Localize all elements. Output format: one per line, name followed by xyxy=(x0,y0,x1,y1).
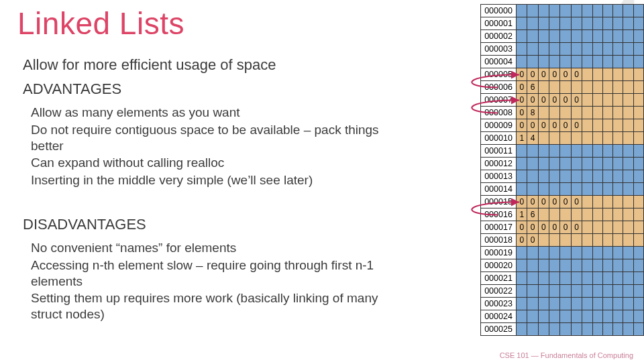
memory-cell xyxy=(560,298,571,310)
memory-cell xyxy=(592,221,602,234)
memory-cell xyxy=(613,285,623,298)
memory-cell xyxy=(623,183,633,196)
page-title: Linked Lists xyxy=(17,5,184,42)
memory-cell xyxy=(560,247,571,259)
memory-cell xyxy=(602,56,612,68)
memory-cell xyxy=(517,247,527,259)
memory-cell xyxy=(549,170,560,183)
memory-cell xyxy=(582,81,592,94)
memory-cell xyxy=(602,234,612,247)
memory-cell xyxy=(623,247,633,259)
memory-address: 000008 xyxy=(481,107,517,119)
memory-cell xyxy=(633,259,643,272)
memory-cell xyxy=(549,285,560,298)
memory-cell xyxy=(538,310,549,323)
memory-cell xyxy=(592,132,602,145)
memory-cell xyxy=(560,208,571,221)
memory-cell xyxy=(538,107,549,119)
memory-cell xyxy=(592,30,602,43)
list-item: Accessing n-th element slow – require go… xyxy=(31,257,407,290)
memory-cell xyxy=(560,30,571,43)
memory-cell xyxy=(549,5,560,17)
memory-cell xyxy=(633,208,643,221)
memory-cell xyxy=(602,208,612,221)
memory-cell xyxy=(571,310,582,323)
memory-cell xyxy=(560,158,571,170)
memory-cell xyxy=(517,158,527,170)
advantages-list: Allow as many elements as you want Do no… xyxy=(31,105,407,190)
memory-cell xyxy=(571,247,582,259)
disadvantages-heading: DISADVANTAGES xyxy=(23,216,146,233)
memory-cell: 0 xyxy=(527,221,538,234)
memory-address: 000007 xyxy=(481,94,517,107)
memory-cell xyxy=(538,30,549,43)
memory-cell xyxy=(527,298,538,310)
memory-cell xyxy=(623,81,633,94)
memory-cell xyxy=(527,247,538,259)
memory-cell xyxy=(571,234,582,247)
memory-cell xyxy=(582,221,592,234)
memory-cell xyxy=(582,234,592,247)
memory-cell xyxy=(538,247,549,259)
memory-cell xyxy=(560,17,571,30)
memory-cell xyxy=(582,208,592,221)
memory-cell xyxy=(517,323,527,336)
memory-address: 000006 xyxy=(481,81,517,94)
memory-cell xyxy=(592,285,602,298)
memory-address: 000002 xyxy=(481,30,517,43)
memory-address: 000021 xyxy=(481,272,517,285)
memory-cell xyxy=(633,183,643,196)
memory-cell xyxy=(582,259,592,272)
memory-cell: 0 xyxy=(517,107,527,119)
memory-cell xyxy=(633,298,643,310)
memory-address: 000018 xyxy=(481,234,517,247)
memory-cell xyxy=(592,68,602,81)
memory-cell xyxy=(549,183,560,196)
memory-cell xyxy=(517,30,527,43)
memory-cell xyxy=(582,196,592,208)
memory-cell xyxy=(571,5,582,17)
memory-cell xyxy=(582,17,592,30)
memory-cell xyxy=(560,183,571,196)
memory-cell: 0 xyxy=(517,221,527,234)
memory-cell xyxy=(633,5,643,17)
memory-cell xyxy=(560,310,571,323)
memory-cell xyxy=(602,94,612,107)
memory-cell xyxy=(592,145,602,158)
memory-cell xyxy=(623,170,633,183)
memory-cell xyxy=(633,310,643,323)
memory-cell xyxy=(549,132,560,145)
memory-cell xyxy=(623,145,633,158)
memory-cell xyxy=(560,107,571,119)
memory-cell xyxy=(613,43,623,56)
memory-address: 000017 xyxy=(481,221,517,234)
memory-cell: 0 xyxy=(517,234,527,247)
memory-cell xyxy=(549,310,560,323)
memory-cell xyxy=(538,183,549,196)
memory-cell: 0 xyxy=(560,94,571,107)
memory-cell xyxy=(571,170,582,183)
memory-cell xyxy=(582,132,592,145)
memory-cell xyxy=(602,221,612,234)
memory-cell xyxy=(623,298,633,310)
memory-cell: 0 xyxy=(571,94,582,107)
memory-cell: 0 xyxy=(571,68,582,81)
memory-cell xyxy=(613,56,623,68)
memory-cell xyxy=(582,310,592,323)
memory-cell: 0 xyxy=(549,94,560,107)
list-item: Inserting in the middle very simple (we’… xyxy=(31,172,407,188)
memory-cell xyxy=(549,259,560,272)
memory-cell xyxy=(517,145,527,158)
memory-cell xyxy=(592,17,602,30)
memory-cell xyxy=(633,43,643,56)
memory-cell xyxy=(592,310,602,323)
memory-cell: 0 xyxy=(560,68,571,81)
memory-cell xyxy=(623,208,633,221)
memory-cell xyxy=(602,5,612,17)
memory-cell xyxy=(602,30,612,43)
memory-cell xyxy=(602,310,612,323)
memory-cell: 0 xyxy=(538,221,549,234)
memory-cell xyxy=(592,81,602,94)
memory-cell xyxy=(613,107,623,119)
memory-cell xyxy=(623,56,633,68)
